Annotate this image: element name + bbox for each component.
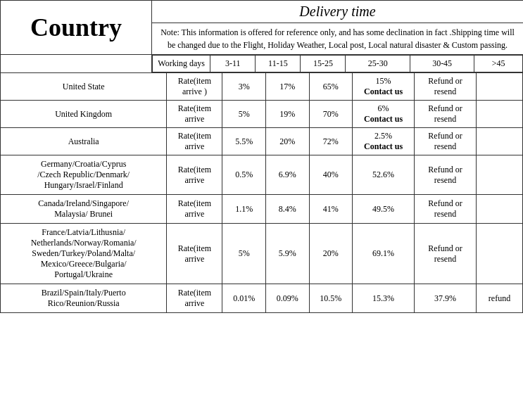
col5-value: Refund or resend: [415, 128, 477, 155]
col5-value: Refund or resend: [415, 73, 477, 101]
col3-value: 72%: [309, 128, 353, 155]
col4-value: 6%Contact us: [353, 101, 415, 128]
col4-value: 2.5%Contact us: [353, 128, 415, 155]
col6-value: [476, 101, 522, 128]
col5-value: Refund or resend: [415, 224, 477, 284]
col3-value: 41%: [309, 195, 353, 224]
working-days-value: Rate(item arrive: [167, 284, 222, 313]
country-label: Country: [1, 1, 152, 55]
col-25-30: 25-30: [346, 56, 410, 72]
col5-value: Refund or resend: [415, 155, 477, 195]
col3-value: 40%: [309, 155, 353, 195]
col2-value: 6.9%: [266, 155, 310, 195]
col-gt45: >45: [474, 56, 523, 72]
col2-value: 5.9%: [266, 224, 310, 284]
country-name-cell: United State: [1, 73, 167, 101]
col4-value: 15%Contact us: [353, 73, 415, 101]
col5-value: 37.9%: [415, 284, 477, 313]
working-days-value: Rate(item arrive: [167, 195, 222, 224]
note-text: Note: This information is offered for re…: [152, 23, 524, 55]
col2-value: 20%: [266, 128, 310, 155]
col1-value: 1.1%: [222, 195, 266, 224]
country-name-cell: Australia: [1, 128, 167, 155]
country-name-cell: Canada/Ireland/Singapore/ Malaysia/ Brun…: [1, 195, 167, 224]
working-days-value: Rate(item arrive: [167, 101, 222, 128]
working-days-value: Rate(item arrive: [167, 128, 222, 155]
col4-value: 52.6%: [353, 155, 415, 195]
col4-value: 49.5%: [353, 195, 415, 224]
col3-value: 70%: [309, 101, 353, 128]
col4-value: 69.1%: [353, 224, 415, 284]
working-days-value: Rate(item arrive: [167, 155, 222, 195]
col4-value: 15.3%: [353, 284, 415, 313]
col3-value: 20%: [309, 224, 353, 284]
col-3-11: 3-11: [210, 56, 256, 72]
col2-value: 0.09%: [266, 284, 310, 313]
col1-value: 0.5%: [222, 155, 266, 195]
col2-value: 17%: [266, 73, 310, 101]
col6-value: refund: [476, 284, 522, 313]
col6-value: [476, 224, 522, 284]
country-name-cell: Brazil/Spain/Italy/Puerto Rico/Reunion/R…: [1, 284, 167, 313]
col6-value: [476, 73, 522, 101]
col-working-days: Working days: [153, 56, 210, 72]
working-days-value: Rate(item arrive: [167, 224, 222, 284]
col1-value: 5%: [222, 101, 266, 128]
col-15-25: 15-25: [301, 56, 346, 72]
col-30-45: 30-45: [410, 56, 474, 72]
working-days-value: Rate(item arrive ): [167, 73, 222, 101]
col6-value: [476, 155, 522, 195]
col1-value: 5.5%: [222, 128, 266, 155]
col-11-15: 11-15: [256, 56, 301, 72]
col5-value: Refund or resend: [415, 101, 477, 128]
col1-value: 5%: [222, 224, 266, 284]
col1-value: 0.01%: [222, 284, 266, 313]
col2-value: 19%: [266, 101, 310, 128]
col1-value: 3%: [222, 73, 266, 101]
delivery-time-header: Delivery time: [152, 1, 524, 23]
country-name-cell: United Kingdom: [1, 101, 167, 128]
col6-value: [476, 195, 522, 224]
col6-value: [476, 128, 522, 155]
col2-value: 8.4%: [266, 195, 310, 224]
country-name-cell: Germany/Croatia/Cyprus /Czech Republic/D…: [1, 155, 167, 195]
col3-value: 10.5%: [309, 284, 353, 313]
country-name-cell: France/Latvia/Lithusnia/ Netherlands/Nor…: [1, 224, 167, 284]
col3-value: 65%: [309, 73, 353, 101]
col5-value: Refund or resend: [415, 195, 477, 224]
